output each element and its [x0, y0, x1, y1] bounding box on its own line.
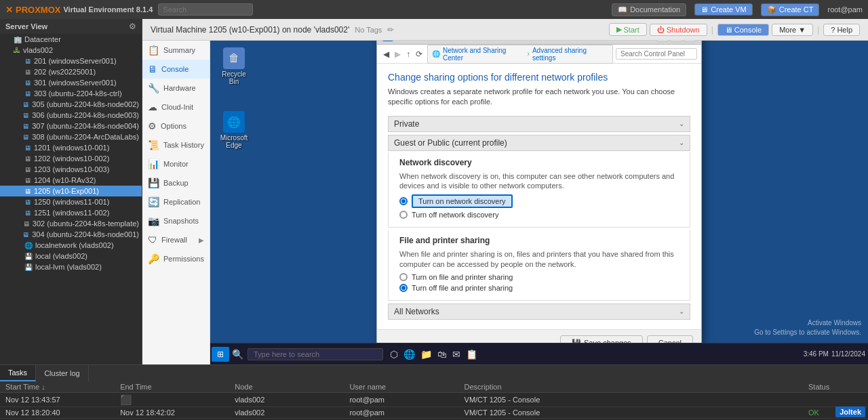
help-icon: ? — [831, 26, 835, 34]
tab-cluster-log[interactable]: Cluster log — [36, 365, 89, 381]
sidebar-item-201[interactable]: 🖥201 (windowsServer001) — [0, 56, 142, 66]
browser-forward-button[interactable]: ▶ — [393, 49, 403, 60]
radio-off-file-sharing-btn[interactable] — [399, 284, 408, 292]
control-panel-search[interactable] — [616, 48, 697, 60]
taskbar-search-input[interactable] — [248, 348, 383, 360]
taskbar-view-icon[interactable]: ⬡ — [389, 348, 399, 361]
bottom-panel: Tasks Cluster log Start Time ↓ End Time … — [0, 364, 868, 420]
nav-item-snapshots[interactable]: 📷 Snapshots — [142, 211, 210, 230]
radio-turn-on-file-sharing[interactable]: Turn on file and printer sharing — [399, 273, 679, 281]
sidebar-tools-icon[interactable]: ⚙ — [129, 22, 136, 31]
vm-label-1204: 1204 (w10-RAv32) — [34, 176, 96, 184]
sidebar-item-1205[interactable]: 🖥1205 (w10-Exp001) — [0, 186, 142, 196]
sidebar-item-1203[interactable]: 🖥1203 (windows10-003) — [0, 164, 142, 175]
advanced-sharing-dialog: 🌐 Advanced sharing settings _ □ ✕ ◀ — [376, 41, 702, 357]
dialog-close-button[interactable]: ✕ — [684, 41, 696, 42]
sidebar-item-307[interactable]: 🖥307 (ubuntu-2204-k8s-node004) — [0, 121, 142, 131]
sidebar-item-1250[interactable]: 🖥1250 (windows11-001) — [0, 196, 142, 207]
sidebar-item-1202[interactable]: 🖥1202 (windows10-002) — [0, 153, 142, 164]
top-search-input[interactable] — [158, 3, 253, 16]
create-ct-button[interactable]: 📦 Create CT — [761, 3, 820, 16]
sidebar-item-local-lvm[interactable]: 💾local-lvm (vlads002) — [0, 261, 142, 272]
sidebar-item-local[interactable]: 💾local (vlads002) — [0, 251, 142, 261]
address-icon: 🌐 — [432, 50, 440, 58]
taskbar-time: 3:46 PM — [804, 350, 829, 358]
vm-title: Virtual Machine 1205 (w10-Exp001) on nod… — [151, 25, 349, 35]
shutdown-button[interactable]: ⏻ Shutdown — [650, 24, 707, 36]
sidebar-item-202[interactable]: 🖥202 (ws20225001) — [0, 66, 142, 77]
radio-turn-on-discovery[interactable]: Turn on network discovery — [399, 194, 679, 208]
vm-label-308: 308 (ubuntu-2204-ArcDataLabs) — [32, 133, 139, 141]
help-button[interactable]: ? Help — [823, 24, 860, 36]
sidebar-item-server[interactable]: 🖧 vlads002 — [0, 45, 142, 56]
console-button[interactable]: 🖥 Console — [717, 24, 769, 36]
create-vm-icon: 🖥 — [701, 5, 708, 14]
documentation-button[interactable]: 📖 Documentation — [612, 3, 686, 16]
sidebar-item-localnetwork[interactable]: 🌐localnetwork (vlads002) — [0, 240, 142, 251]
sidebar-item-305[interactable]: 🖥305 (ubuntu-2204-k8s-node002) — [0, 99, 142, 110]
private-section-header[interactable]: Private ⌄ — [388, 116, 690, 132]
nav-item-hardware[interactable]: 🔧 Hardware — [142, 79, 210, 98]
nav-item-task-history[interactable]: 📜 Task History — [142, 135, 210, 154]
browser-back-button[interactable]: ◀ — [381, 49, 391, 60]
nav-item-monitor[interactable]: 📊 Monitor — [142, 154, 210, 173]
browser-bar: ◀ ▶ ↑ ⟳ 🌐 Network and Sharing Center › A… — [377, 45, 701, 64]
nav-item-console[interactable]: 🖥 Console — [142, 60, 210, 79]
sidebar-item-303[interactable]: 🖥303 (ubuntu-2204-k8s-ctrl) — [0, 88, 142, 99]
taskbar-mail-icon[interactable]: ✉ — [451, 348, 462, 361]
windows-start-button[interactable]: ⊞ — [212, 347, 229, 362]
taskbar-store-icon[interactable]: 🛍 — [436, 348, 448, 361]
sidebar-item-302[interactable]: 🖥302 (ubuntu-2204-k8s-template) — [0, 218, 142, 229]
all-networks-section-header[interactable]: All Networks ⌄ — [388, 303, 690, 320]
more-button[interactable]: More ▼ — [772, 24, 813, 36]
browser-refresh-button[interactable]: ⟳ — [414, 49, 425, 60]
nav-item-options[interactable]: ⚙ Options — [142, 117, 210, 135]
sidebar-item-308[interactable]: 🖥308 (ubuntu-2204-ArcDataLabs) — [0, 131, 142, 142]
nav-item-cloud-init[interactable]: ☁ Cloud-Init — [142, 98, 210, 117]
nav-item-permissions[interactable]: 🔑 Permissions — [142, 249, 210, 268]
nav-item-backup[interactable]: 💾 Backup — [142, 173, 210, 192]
desktop-area[interactable]: 🗑 Recycle Bin 🌐 Microsoft Edge 🌐 Ad — [210, 41, 868, 364]
replication-icon: 🔄 — [148, 196, 159, 207]
firewall-icon: 🛡 — [148, 234, 157, 245]
nav-item-replication[interactable]: 🔄 Replication — [142, 192, 210, 211]
tab-tasks[interactable]: Tasks — [0, 365, 36, 381]
nav-label-replication: Replication — [163, 198, 200, 206]
nav-item-summary[interactable]: 📋 Summary — [142, 41, 210, 60]
summary-icon: 📋 — [148, 45, 159, 56]
taskbar-folder-icon[interactable]: 📁 — [419, 348, 433, 361]
sidebar-item-1204[interactable]: 🖥1204 (w10-RAv32) — [0, 175, 142, 186]
dialog-minimize-button[interactable]: _ — [656, 41, 669, 42]
browser-address-bar[interactable]: 🌐 Network and Sharing Center › Advanced … — [427, 45, 613, 64]
browser-up-button[interactable]: ↑ — [404, 49, 412, 60]
sidebar-item-1251[interactable]: 🖥1251 (windows11-002) — [0, 207, 142, 218]
x-icon: ✕ — [5, 5, 13, 15]
radio-on-file-sharing-btn[interactable] — [399, 273, 408, 281]
vm-icon-301: 🖥 — [24, 79, 31, 87]
sidebar-item-datacenter[interactable]: 🏢 Datacenter — [0, 34, 142, 45]
dialog-overlay: 🌐 Advanced sharing settings _ □ ✕ ◀ — [210, 41, 868, 343]
radio-turn-off-discovery[interactable]: Turn off network discovery — [399, 211, 679, 219]
vm-icon-202: 🖥 — [24, 68, 31, 76]
sidebar-item-301[interactable]: 🖥301 (windowsServer001) — [0, 77, 142, 88]
guest-public-section-header[interactable]: Guest or Public (current profile) ⌄ — [388, 135, 690, 151]
create-vm-button[interactable]: 🖥 Create VM — [694, 3, 753, 16]
taskbar-extra-icon[interactable]: 📋 — [465, 348, 479, 361]
sidebar-item-1201[interactable]: 🖥1201 (windows10-001) — [0, 142, 142, 153]
vm-icon-308: 🖥 — [22, 133, 29, 141]
sidebar-item-304[interactable]: 🖥304 (ubuntu-2204-k8s-node001) — [0, 229, 142, 240]
radio-off-discovery-btn[interactable] — [399, 211, 408, 219]
radio-turn-off-file-sharing[interactable]: Turn off file and printer sharing — [399, 284, 679, 292]
start-button[interactable]: ▶ Start — [609, 23, 647, 36]
sidebar-item-306[interactable]: 🖥306 (ubuntu-2204-k8s-node003) — [0, 110, 142, 121]
vm-icon-1201: 🖥 — [24, 144, 31, 152]
lvm-icon: 💾 — [24, 264, 33, 271]
nav-item-firewall[interactable]: 🛡 Firewall ▶ — [142, 230, 210, 249]
radio-on-discovery-btn[interactable] — [399, 197, 408, 205]
dialog-maximize-button[interactable]: □ — [670, 41, 682, 42]
tag-edit-icon[interactable]: ✏ — [387, 25, 394, 35]
task-user-0: root@pam — [349, 396, 464, 404]
sidebar: Server View ⚙ 🏢 Datacenter 🖧 vlads002 🖥2… — [0, 19, 142, 364]
dialog-window-controls: _ □ ✕ — [656, 41, 696, 42]
taskbar-edge-icon[interactable]: 🌐 — [402, 348, 416, 361]
